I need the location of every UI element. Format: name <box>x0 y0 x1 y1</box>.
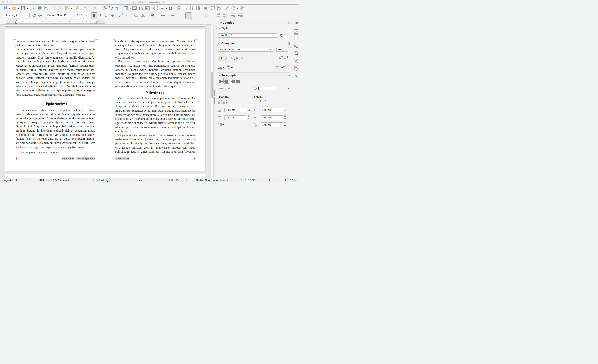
svg-text:1: 1 <box>226 86 227 88</box>
svg-text:A: A <box>296 45 298 49</box>
svg-text:X: X <box>288 65 290 68</box>
svg-text:a: a <box>104 7 105 8</box>
svg-text:A: A <box>284 57 286 60</box>
svg-text:X: X <box>126 13 128 17</box>
svg-text:2: 2 <box>290 67 291 69</box>
svg-text:AV: AV <box>276 65 279 67</box>
svg-text:¶: ¶ <box>116 6 118 10</box>
svg-text:A: A <box>219 65 221 68</box>
svg-text:Abc: Abc <box>109 6 114 9</box>
svg-text:A: A <box>279 57 281 60</box>
svg-text:A: A <box>294 74 297 78</box>
svg-text:2: 2 <box>226 89 227 91</box>
svg-text:Ω: Ω <box>169 6 172 10</box>
svg-text:1: 1 <box>185 7 187 10</box>
svg-text:1: 1 <box>170 13 171 15</box>
svg-text:X: X <box>119 14 121 17</box>
svg-text:A: A <box>32 14 34 17</box>
svg-text:2: 2 <box>285 65 287 67</box>
svg-text:d: d <box>106 7 107 9</box>
svg-text:i: i <box>192 7 193 10</box>
svg-text:2: 2 <box>128 15 129 18</box>
svg-text:2: 2 <box>121 13 123 16</box>
svg-text:A: A <box>38 14 40 17</box>
svg-text:X: X <box>283 66 285 69</box>
svg-text:A: A <box>134 14 136 17</box>
svg-text:2: 2 <box>170 16 171 18</box>
